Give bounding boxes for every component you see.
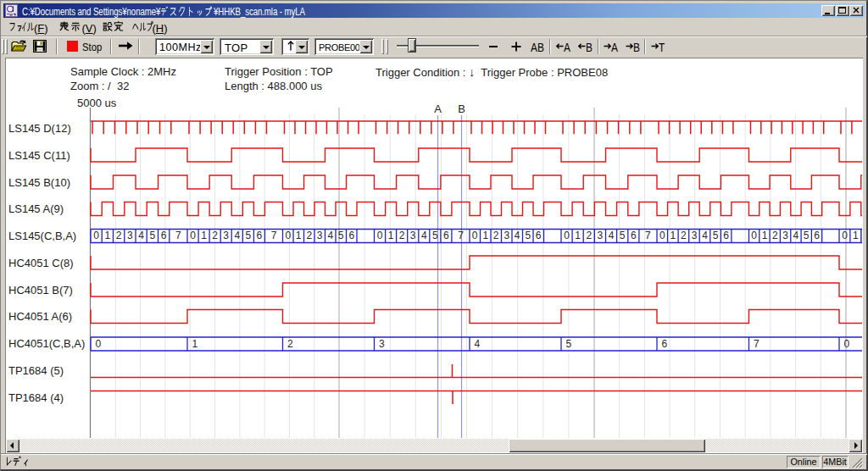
svg-text:3: 3 — [504, 230, 509, 241]
svg-text:5: 5 — [804, 230, 810, 241]
svg-text:2: 2 — [399, 230, 405, 241]
svg-text:1: 1 — [575, 230, 581, 241]
svg-text:6: 6 — [257, 230, 263, 241]
svg-text:2: 2 — [212, 230, 218, 241]
svg-text:5: 5 — [338, 230, 344, 241]
svg-text:LS145 A(9): LS145 A(9) — [8, 202, 64, 215]
svg-text:3: 3 — [127, 230, 133, 241]
svg-text:1: 1 — [482, 230, 488, 241]
svg-text:B: B — [458, 103, 465, 115]
svg-text:6: 6 — [443, 230, 449, 241]
svg-text:3: 3 — [598, 230, 604, 241]
svg-text:4: 4 — [515, 230, 520, 241]
svg-text:3: 3 — [782, 230, 788, 241]
svg-text:7: 7 — [271, 230, 277, 241]
svg-text:0: 0 — [377, 230, 383, 241]
svg-text:4: 4 — [327, 230, 333, 241]
svg-text:7: 7 — [645, 230, 651, 241]
svg-text:2: 2 — [493, 230, 499, 241]
svg-text:3: 3 — [379, 338, 385, 350]
svg-text:1: 1 — [670, 230, 676, 241]
svg-text:6: 6 — [631, 230, 637, 241]
svg-text:5: 5 — [150, 230, 156, 241]
svg-text:7: 7 — [458, 230, 464, 241]
svg-text:0: 0 — [285, 230, 291, 241]
svg-text:4: 4 — [421, 230, 427, 241]
svg-text:3: 3 — [692, 230, 698, 241]
svg-text:1: 1 — [105, 230, 111, 241]
svg-text:5: 5 — [713, 230, 719, 241]
svg-text:7: 7 — [175, 230, 181, 241]
svg-text:0: 0 — [842, 230, 848, 241]
svg-text:6: 6 — [348, 230, 354, 241]
svg-text:6: 6 — [161, 230, 167, 241]
svg-text:1: 1 — [853, 230, 859, 241]
svg-text:3: 3 — [410, 230, 416, 241]
svg-text:0: 0 — [93, 230, 99, 241]
svg-text:4: 4 — [138, 230, 144, 241]
svg-text:2: 2 — [306, 230, 312, 241]
svg-text:2: 2 — [681, 230, 687, 241]
svg-text:5: 5 — [620, 230, 626, 241]
svg-text:TP1684 (5): TP1684 (5) — [8, 364, 64, 377]
svg-text:TP1684 (4): TP1684 (4) — [8, 391, 64, 404]
svg-text:LS145 D(12): LS145 D(12) — [8, 122, 71, 135]
svg-text:4: 4 — [475, 338, 481, 350]
svg-text:0: 0 — [190, 230, 196, 241]
svg-text:LS145(C,B,A): LS145(C,B,A) — [8, 230, 76, 242]
svg-text:1: 1 — [201, 230, 207, 241]
svg-text:HC4051(C,B,A): HC4051(C,B,A) — [8, 337, 85, 350]
svg-text:6: 6 — [723, 230, 729, 241]
svg-text:LS145 C(11): LS145 C(11) — [8, 149, 70, 162]
svg-text:2: 2 — [116, 230, 122, 241]
svg-text:2: 2 — [772, 230, 778, 241]
svg-text:0: 0 — [751, 230, 757, 241]
svg-text:1: 1 — [296, 230, 302, 241]
svg-text:2: 2 — [586, 230, 592, 241]
svg-text:7: 7 — [754, 338, 760, 350]
svg-text:2: 2 — [287, 338, 293, 350]
svg-text:5: 5 — [432, 230, 438, 241]
svg-text:0: 0 — [472, 230, 478, 241]
svg-text:0: 0 — [844, 338, 850, 350]
svg-text:5: 5 — [245, 230, 251, 241]
svg-text:5: 5 — [566, 338, 572, 350]
svg-text:4: 4 — [234, 230, 240, 241]
svg-text:4: 4 — [702, 230, 708, 241]
svg-text:1: 1 — [192, 338, 198, 350]
svg-text:0: 0 — [564, 230, 570, 241]
svg-text:0: 0 — [659, 230, 665, 241]
svg-text:1: 1 — [762, 230, 768, 241]
svg-text:0: 0 — [96, 338, 102, 350]
svg-text:HC4051 A(6): HC4051 A(6) — [8, 310, 72, 323]
svg-text:3: 3 — [317, 230, 323, 241]
svg-text:4: 4 — [793, 230, 799, 241]
svg-text:6: 6 — [662, 338, 668, 350]
svg-text:6: 6 — [814, 230, 820, 241]
svg-text:A: A — [434, 103, 442, 115]
svg-text:5: 5 — [525, 230, 531, 241]
svg-text:6: 6 — [536, 230, 542, 241]
svg-text:1: 1 — [388, 230, 394, 241]
svg-text:3: 3 — [223, 230, 229, 241]
svg-text:LS145 B(10): LS145 B(10) — [8, 176, 70, 189]
svg-text:HC4051 B(7): HC4051 B(7) — [8, 284, 73, 296]
svg-text:4: 4 — [609, 230, 615, 241]
svg-text:HC4051 C(8): HC4051 C(8) — [8, 257, 74, 269]
